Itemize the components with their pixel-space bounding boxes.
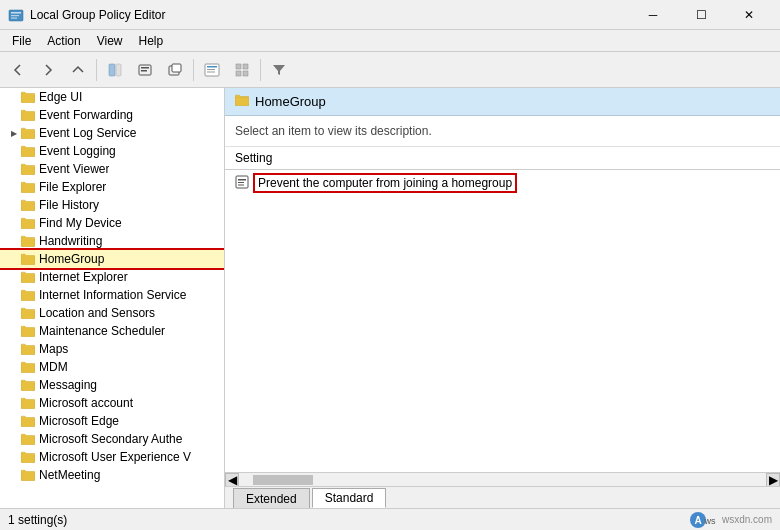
scrollbar-thumb[interactable]: [253, 475, 313, 485]
new-window-button[interactable]: [161, 56, 189, 84]
tree-item-label: Microsoft Secondary Authe: [39, 432, 182, 446]
tree-item[interactable]: Microsoft Secondary Authe: [0, 430, 224, 448]
folder-icon: [20, 107, 36, 123]
maximize-button[interactable]: ☐: [678, 0, 724, 30]
folder-icon: [20, 377, 36, 393]
tree-item[interactable]: Internet Explorer: [0, 268, 224, 286]
tree-item-label: HomeGroup: [39, 252, 104, 266]
tree-item[interactable]: Edge UI: [0, 88, 224, 106]
svg-rect-3: [11, 17, 17, 18]
tree-item-label: Microsoft User Experience V: [39, 450, 191, 464]
tree-item[interactable]: NetMeeting: [0, 466, 224, 484]
watermark: wsxdn.com: [722, 514, 772, 525]
tree-item[interactable]: Event Viewer: [0, 160, 224, 178]
tree-item[interactable]: Handwriting: [0, 232, 224, 250]
scroll-left-button[interactable]: ◀: [225, 473, 239, 487]
svg-rect-21: [238, 182, 244, 183]
svg-rect-4: [109, 64, 115, 76]
tree-item-label: Event Logging: [39, 144, 116, 158]
view-button[interactable]: [228, 56, 256, 84]
expand-arrow-icon: ▶: [8, 127, 20, 139]
policy-button[interactable]: [198, 56, 226, 84]
expand-arrow-icon: [8, 343, 20, 355]
window-controls: ─ ☐ ✕: [630, 0, 772, 30]
app-icon: [8, 7, 24, 23]
tree-item[interactable]: Internet Information Service: [0, 286, 224, 304]
right-panel-description: Select an item to view its description.: [225, 116, 780, 147]
menu-action[interactable]: Action: [39, 32, 88, 50]
minimize-button[interactable]: ─: [630, 0, 676, 30]
expand-arrow-icon: [8, 235, 20, 247]
tree-item-label: Event Forwarding: [39, 108, 133, 122]
tree-item[interactable]: HomeGroup: [0, 250, 224, 268]
status-bar-logo: A ws: [688, 510, 718, 530]
tab-extended[interactable]: Extended: [233, 488, 310, 508]
expand-arrow-icon: [8, 415, 20, 427]
right-panel: HomeGroup Select an item to view its des…: [225, 88, 780, 508]
column-setting: Setting: [235, 151, 770, 165]
folder-icon: [20, 431, 36, 447]
status-text: 1 setting(s): [8, 513, 688, 527]
tree-item[interactable]: MDM: [0, 358, 224, 376]
tree-item[interactable]: Maps: [0, 340, 224, 358]
svg-rect-12: [207, 66, 217, 68]
expand-arrow-icon: [8, 271, 20, 283]
tree-item[interactable]: Maintenance Scheduler: [0, 322, 224, 340]
tree-item-label: Internet Explorer: [39, 270, 128, 284]
folder-icon: [20, 341, 36, 357]
expand-arrow-icon: [8, 109, 20, 121]
close-button[interactable]: ✕: [726, 0, 772, 30]
expand-arrow-icon: [8, 181, 20, 193]
menu-help[interactable]: Help: [131, 32, 172, 50]
up-button[interactable]: [64, 56, 92, 84]
show-hide-button[interactable]: [101, 56, 129, 84]
tab-standard[interactable]: Standard: [312, 488, 387, 508]
properties-button[interactable]: [131, 56, 159, 84]
expand-arrow-icon: [8, 253, 20, 265]
folder-icon-header: [235, 94, 249, 109]
tree-item-label: Microsoft Edge: [39, 414, 119, 428]
forward-button[interactable]: [34, 56, 62, 84]
tree-item[interactable]: Microsoft account: [0, 394, 224, 412]
expand-arrow-icon: [8, 433, 20, 445]
svg-rect-20: [238, 179, 246, 181]
tree-item-label: Maps: [39, 342, 68, 356]
tree-item[interactable]: ▶ Event Log Service: [0, 124, 224, 142]
back-button[interactable]: [4, 56, 32, 84]
menu-bar: File Action View Help: [0, 30, 780, 52]
tree-item[interactable]: Event Logging: [0, 142, 224, 160]
scroll-right-button[interactable]: ▶: [766, 473, 780, 487]
tree-item[interactable]: Messaging: [0, 376, 224, 394]
folder-icon: [20, 161, 36, 177]
tree-item[interactable]: File Explorer: [0, 178, 224, 196]
scrollbar-track[interactable]: [253, 475, 752, 485]
setting-item-homegroup[interactable]: Prevent the computer from joining a home…: [225, 170, 780, 196]
tree-item[interactable]: Event Forwarding: [0, 106, 224, 124]
svg-rect-15: [236, 64, 241, 69]
tree-item[interactable]: Microsoft User Experience V: [0, 448, 224, 466]
tree-item-label: Find My Device: [39, 216, 122, 230]
tree-item-label: MDM: [39, 360, 68, 374]
menu-file[interactable]: File: [4, 32, 39, 50]
menu-view[interactable]: View: [89, 32, 131, 50]
setting-item-icon: [235, 175, 249, 191]
tree-item[interactable]: File History: [0, 196, 224, 214]
svg-rect-22: [238, 185, 244, 186]
window-title: Local Group Policy Editor: [30, 8, 630, 22]
filter-button[interactable]: [265, 56, 293, 84]
folder-icon: [20, 179, 36, 195]
svg-rect-17: [236, 71, 241, 76]
tree-item-label: Location and Sensors: [39, 306, 155, 320]
expand-arrow-icon: [8, 469, 20, 481]
expand-arrow-icon: [8, 289, 20, 301]
right-panel-header: HomeGroup: [225, 88, 780, 116]
tree-item[interactable]: Microsoft Edge: [0, 412, 224, 430]
expand-arrow-icon: [8, 325, 20, 337]
tree-item-label: File History: [39, 198, 99, 212]
folder-icon: [20, 251, 36, 267]
separator-2: [193, 59, 194, 81]
folder-icon: [20, 197, 36, 213]
tree-item[interactable]: Location and Sensors: [0, 304, 224, 322]
horizontal-scrollbar[interactable]: ◀ ▶: [225, 472, 780, 486]
tree-item[interactable]: Find My Device: [0, 214, 224, 232]
